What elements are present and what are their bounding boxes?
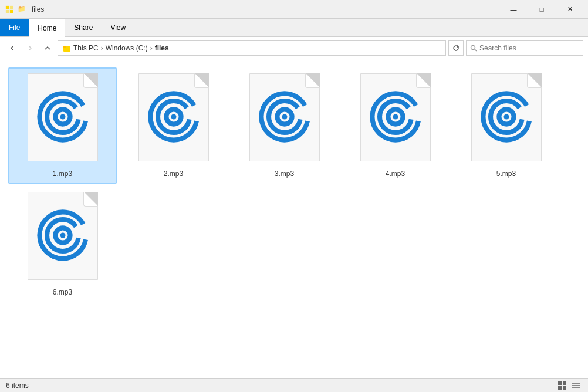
doc-corner (527, 74, 541, 88)
view-controls (556, 380, 582, 391)
mp3-icon (480, 90, 533, 143)
svg-point-5 (471, 45, 475, 49)
maximize-button[interactable]: □ (528, 0, 555, 19)
tab-view[interactable]: View (102, 19, 134, 36)
svg-rect-2 (6, 9, 9, 12)
file-name: 5.mp3 (496, 170, 516, 178)
file-name: 3.mp3 (275, 170, 294, 178)
svg-point-26 (503, 114, 509, 120)
back-button[interactable] (5, 40, 20, 56)
svg-rect-34 (563, 386, 566, 390)
mp3-icon (147, 90, 200, 143)
address-path[interactable]: This PC › Windows (C:) › files (58, 40, 446, 56)
file-item[interactable]: 5.mp3 (452, 67, 560, 184)
file-item[interactable]: 4.mp3 (341, 67, 450, 184)
path-this-pc: This PC (73, 44, 99, 52)
search-icon (470, 45, 477, 52)
file-name: 4.mp3 (386, 170, 405, 178)
doc-shape (471, 73, 542, 161)
mp3-icon (36, 90, 89, 143)
tab-share[interactable]: Share (65, 19, 102, 36)
title-bar: 📁 files — □ ✕ (0, 0, 588, 19)
doc-shape (28, 73, 98, 161)
ribbon: File Home Share View (0, 19, 588, 37)
mp3-icon (258, 90, 311, 143)
doc-corner (194, 74, 208, 88)
svg-point-22 (393, 114, 398, 120)
close-button[interactable]: ✕ (556, 0, 583, 19)
path-windows-c: Windows (C:) (106, 44, 148, 52)
svg-point-18 (282, 114, 287, 120)
title-bar-quick-access: 📁 (18, 5, 26, 13)
svg-line-6 (475, 49, 477, 51)
ribbon-tabs: File Home Share View (0, 19, 588, 36)
doc-shape (360, 73, 431, 161)
tab-file[interactable]: File (0, 19, 29, 36)
title-text: files (32, 5, 44, 13)
file-icon (25, 73, 101, 167)
file-icon (357, 73, 434, 167)
file-name: 1.mp3 (53, 170, 72, 178)
search-input[interactable] (479, 44, 579, 52)
file-icon (468, 73, 545, 167)
doc-shape (28, 192, 98, 280)
file-name: 6.mp3 (53, 288, 72, 296)
status-bar: 6 items (0, 378, 588, 392)
mp3-icon (36, 209, 89, 262)
up-button[interactable] (40, 40, 55, 56)
file-grid: 1.mp3 2.mp3 (6, 65, 582, 305)
app-icon (5, 5, 14, 14)
file-icon (136, 73, 212, 167)
search-box[interactable] (466, 40, 583, 56)
path-files: files (155, 44, 169, 52)
tab-home[interactable]: Home (29, 19, 65, 37)
svg-rect-33 (558, 386, 562, 390)
large-icons-view-button[interactable] (556, 380, 568, 391)
svg-point-14 (171, 114, 176, 120)
minimize-button[interactable]: — (500, 0, 527, 19)
file-name: 2.mp3 (164, 170, 183, 178)
doc-corner (305, 74, 319, 88)
refresh-button[interactable] (448, 40, 464, 56)
file-item[interactable]: 6.mp3 (8, 186, 117, 302)
svg-rect-0 (6, 5, 9, 8)
svg-point-30 (60, 233, 65, 238)
doc-corner (416, 74, 430, 88)
file-icon (25, 192, 101, 286)
doc-corner (83, 74, 97, 88)
svg-rect-32 (563, 381, 566, 385)
title-bar-icons: 📁 files (5, 5, 44, 14)
window-controls: — □ ✕ (500, 0, 583, 19)
doc-shape (249, 73, 320, 161)
content-wrapper: 1.mp3 2.mp3 (0, 59, 588, 378)
main-content: 1.mp3 2.mp3 (0, 59, 588, 378)
file-item[interactable]: 1.mp3 (8, 67, 117, 184)
file-item[interactable]: 2.mp3 (119, 67, 228, 184)
doc-corner (83, 192, 97, 207)
details-view-button[interactable] (570, 380, 582, 391)
item-count: 6 items (6, 381, 29, 390)
doc-shape (138, 73, 209, 161)
svg-rect-31 (558, 381, 562, 385)
address-bar: This PC › Windows (C:) › files (0, 37, 588, 59)
file-icon (246, 73, 323, 167)
file-item[interactable]: 3.mp3 (230, 67, 339, 184)
svg-rect-3 (10, 9, 13, 12)
svg-point-10 (60, 114, 65, 120)
forward-button[interactable] (22, 40, 38, 56)
svg-rect-1 (10, 5, 13, 8)
mp3-icon (369, 90, 422, 143)
